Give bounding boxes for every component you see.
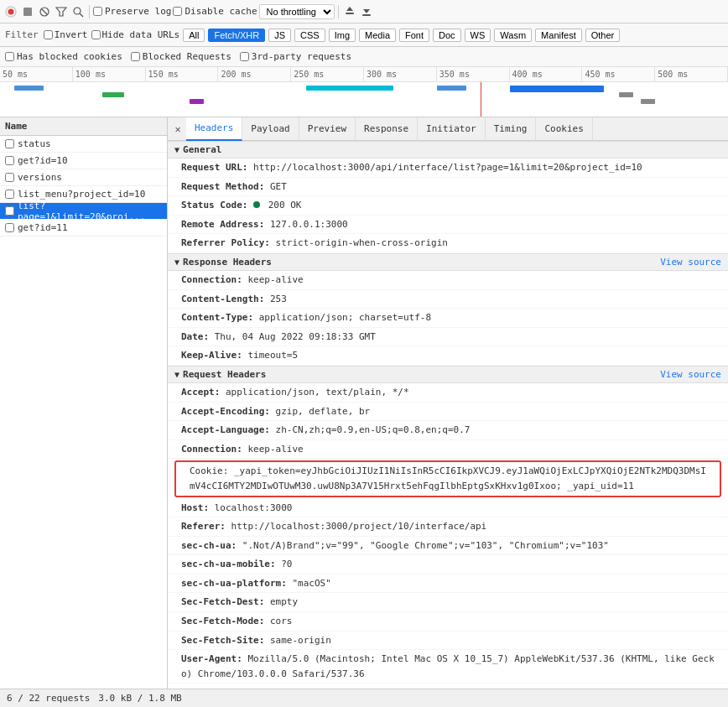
filter-bar: Filter Invert Hide data URLs All Fetch/X… [0, 23, 728, 47]
record-icon[interactable] [3, 4, 18, 19]
filter-css-btn[interactable]: CSS [294, 29, 325, 42]
tab-response[interactable]: Response [356, 117, 418, 141]
req-sec-ch-ua-platform-val: "macOS" [292, 578, 330, 589]
blocked-requests-label[interactable]: Blocked Requests [131, 51, 231, 62]
net-row-list-menu-checkbox[interactable] [5, 190, 14, 199]
request-headers-view-source[interactable]: View source [660, 369, 721, 380]
timeline-bars [0, 82, 728, 117]
req-sec-ch-ua-key: sec-ch-ua: [181, 540, 242, 551]
invert-checkbox[interactable] [44, 30, 53, 39]
svg-line-7 [80, 13, 83, 17]
tick-500: 500 ms [655, 67, 728, 81]
net-row-status-label: status [18, 138, 51, 149]
hide-data-urls-checkbox[interactable] [91, 30, 101, 39]
svg-marker-11 [363, 9, 370, 13]
third-party-label[interactable]: 3rd-party requests [240, 51, 351, 62]
stop-icon[interactable] [20, 4, 35, 19]
tab-initiator[interactable]: Initiator [418, 117, 486, 141]
net-row-getid10-checkbox[interactable] [5, 156, 14, 165]
net-row-getid11[interactable]: get?id=11 [0, 220, 167, 237]
disable-cache-checkbox[interactable] [173, 7, 182, 16]
net-row-status-checkbox[interactable] [5, 139, 14, 148]
status-code-val: 200 OK [268, 200, 302, 211]
request-headers-section-header[interactable]: ▼ Request Headers View source [168, 366, 728, 383]
search-icon[interactable] [70, 4, 86, 19]
net-row-versions-checkbox[interactable] [5, 173, 14, 182]
preserve-log-checkbox[interactable] [93, 7, 102, 16]
resp-connection-val: keep-alive [247, 274, 303, 285]
timeline-bar-4 [306, 86, 393, 91]
net-row-list-page[interactable]: list?page=1&limit=20&proj... [0, 203, 167, 220]
general-section-header[interactable]: ▼ General [168, 141, 728, 159]
tab-close-btn[interactable]: ✕ [169, 121, 186, 138]
throttle-select[interactable]: No throttling [259, 4, 335, 19]
blocked-cookies-label[interactable]: Has blocked cookies [5, 51, 122, 62]
filter-manifest-btn[interactable]: Manifest [535, 29, 582, 42]
filter-other-btn[interactable]: Other [585, 29, 621, 42]
req-sec-ch-ua-mobile: sec-ch-ua-mobile: ?0 [168, 555, 728, 574]
blocked-requests-checkbox[interactable] [131, 52, 140, 61]
req-sec-ch-ua-val: ".Not/A)Brand";v="99", "Google Chrome";v… [242, 540, 609, 551]
general-request-method: Request Method: GET [168, 178, 728, 197]
svg-point-1 [8, 8, 14, 14]
filter-wasm-btn[interactable]: Wasm [494, 29, 532, 42]
svg-marker-5 [56, 8, 66, 16]
resp-date: Date: Thu, 04 Aug 2022 09:18:33 GMT [168, 328, 728, 347]
tab-payload[interactable]: Payload [242, 117, 299, 141]
req-accept-key: Accept: [181, 387, 226, 398]
resp-connection: Connection: keep-alive [168, 271, 728, 290]
net-row-list-menu-label: list_menu?project_id=10 [18, 189, 145, 200]
net-row-getid11-checkbox[interactable] [5, 223, 14, 232]
resp-content-length-key: Content-Length: [181, 294, 270, 304]
toolbar: Preserve log Disable cache No throttling [0, 0, 728, 23]
req-accept: Accept: application/json, text/plain, */… [168, 383, 728, 403]
net-row-getid10[interactable]: get?id=10 [0, 153, 167, 169]
filter-img-btn[interactable]: Img [329, 29, 356, 42]
tab-timing[interactable]: Timing [486, 117, 537, 141]
filter-fetch-xhr-btn[interactable]: Fetch/XHR [208, 29, 265, 42]
status-code-key: Status Code: [181, 200, 253, 211]
svg-marker-9 [346, 7, 353, 11]
preserve-log-checkbox-label[interactable]: Preserve log [93, 6, 171, 17]
clear-icon[interactable] [37, 4, 52, 19]
filter-media-btn[interactable]: Media [359, 29, 396, 42]
req-accept-encoding-key: Accept-Encoding: [181, 406, 276, 417]
status-bar: 6 / 22 requests 3.0 kB / 1.8 MB [0, 689, 728, 707]
timeline-bar-3 [190, 99, 204, 104]
hide-data-urls-checkbox-label[interactable]: Hide data URLs [91, 29, 180, 40]
response-headers-section-header[interactable]: ▼ Response Headers View source [168, 253, 728, 271]
download-icon[interactable] [359, 4, 374, 19]
filter-all-btn[interactable]: All [183, 29, 205, 42]
general-referrer-policy: Referrer Policy: strict-origin-when-cros… [168, 234, 728, 253]
net-row-versions[interactable]: versions [0, 169, 167, 186]
req-cookie-key: Cookie: [190, 465, 234, 476]
req-accept-val: application/json, text/plain, */* [226, 387, 409, 398]
net-row-list-page-label: list?page=1&limit=20&proj... [18, 200, 162, 222]
timeline-bar-8 [641, 99, 655, 104]
tick-200: 200 ms [218, 67, 291, 81]
response-headers-view-source[interactable]: View source [660, 257, 721, 268]
timeline-ruler: 50 ms 100 ms 150 ms 200 ms 250 ms 300 ms… [0, 67, 728, 82]
filter-ws-btn[interactable]: WS [465, 29, 491, 42]
request-headers-triangle: ▼ [174, 370, 179, 379]
upload-icon[interactable] [342, 4, 357, 19]
resp-content-type-val: application/json; charset=utf-8 [259, 312, 431, 323]
general-request-url: Request URL: http://localhost:3000/api/i… [168, 159, 728, 178]
invert-checkbox-label[interactable]: Invert [44, 29, 88, 40]
resp-keep-alive: Keep-Alive: timeout=5 [168, 346, 728, 366]
net-row-list-page-checkbox[interactable] [5, 206, 14, 216]
disable-cache-checkbox-label[interactable]: Disable cache [173, 6, 257, 17]
filter-doc-btn[interactable]: Doc [433, 29, 461, 42]
filter-js-btn[interactable]: JS [268, 29, 291, 42]
blocked-cookies-checkbox[interactable] [5, 52, 14, 61]
remote-address-key: Remote Address: [181, 219, 270, 230]
tab-preview[interactable]: Preview [299, 117, 356, 141]
filter-font-btn[interactable]: Font [399, 29, 429, 42]
tab-cookies[interactable]: Cookies [536, 117, 592, 141]
tab-headers[interactable]: Headers [186, 117, 242, 141]
req-sec-fetch-dest-key: Sec-Fetch-Dest: [181, 596, 270, 607]
third-party-checkbox[interactable] [240, 52, 249, 61]
filter-icon[interactable] [54, 4, 69, 19]
net-row-status[interactable]: status [0, 136, 167, 153]
req-connection: Connection: keep-alive [168, 440, 728, 460]
